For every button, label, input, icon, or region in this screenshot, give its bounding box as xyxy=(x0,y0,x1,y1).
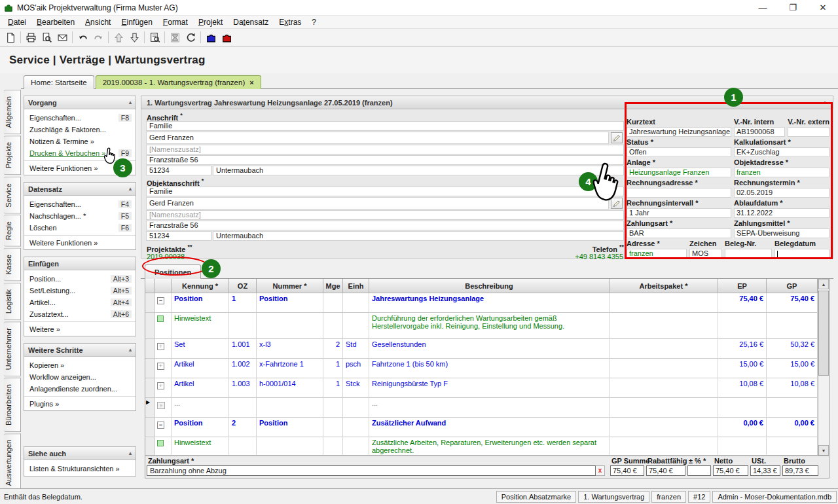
rail-tab-büroarbeiten[interactable]: Büroarbeiten xyxy=(4,378,21,432)
total-value[interactable]: 14,33 € xyxy=(750,465,780,476)
undo-icon[interactable] xyxy=(75,30,90,45)
cell-arbeitspaket[interactable] xyxy=(610,418,718,437)
plugin-blue-icon[interactable] xyxy=(203,30,219,45)
sidebar-item-zuschl-ge-faktoren[interactable]: Zuschläge & Faktoren... xyxy=(24,124,136,135)
total-value[interactable]: 89,73 € xyxy=(782,465,818,476)
menu-projekt[interactable]: Projekt xyxy=(193,16,228,28)
plus-expander-icon[interactable]: + xyxy=(155,339,172,359)
scroll-up-icon[interactable]: ▲ xyxy=(818,279,829,289)
col-arbeitspaket[interactable]: Arbeitspaket * xyxy=(610,279,718,293)
sidebar-item-l-schen[interactable]: LöschenF6 xyxy=(24,222,136,234)
cell-einh[interactable] xyxy=(343,437,369,456)
cell-gp[interactable] xyxy=(767,437,818,456)
sidebar-more-weitereschritte[interactable]: Plugins » xyxy=(24,396,136,410)
row-selector[interactable] xyxy=(145,359,155,378)
cell-beschreibung[interactable]: Durchführung der erforderlichen Wartungs… xyxy=(369,313,610,339)
restore-button[interactable]: ❐ xyxy=(778,0,808,15)
rail-tab-unternehmer[interactable]: Unternehmer xyxy=(4,321,21,376)
cell-einh[interactable]: Std xyxy=(343,339,369,359)
minus-expander-icon[interactable]: − xyxy=(155,293,172,313)
rail-tab-auswertungen[interactable]: Auswertungen xyxy=(4,433,21,492)
cell-ep[interactable] xyxy=(718,437,767,456)
cell-mge[interactable]: 2 xyxy=(323,339,343,359)
print-icon[interactable] xyxy=(23,30,39,45)
objekt-plz-field[interactable]: 51234 xyxy=(146,231,211,241)
sidebar-item-nachschlagen[interactable]: Nachschlagen... *F5 xyxy=(24,210,136,222)
col-gp[interactable]: GP xyxy=(767,279,818,293)
telefon-value[interactable]: +49 8143 4355 xyxy=(552,252,624,261)
cell-gp[interactable] xyxy=(767,398,818,418)
new-document-icon[interactable] xyxy=(3,30,18,45)
tab-close-icon[interactable]: × xyxy=(249,79,253,86)
sidebar-item-set-leistung[interactable]: Set/Leistung...Alt+5 xyxy=(24,285,136,297)
cell-arbeitspaket[interactable] xyxy=(610,293,718,313)
cell-nummer[interactable] xyxy=(257,437,323,456)
footer-zahlungsart-field[interactable]: Barzahlung ohne Abzug xyxy=(147,465,596,476)
cell-gp[interactable]: 75,40 € xyxy=(767,293,818,313)
cell-beschreibung[interactable]: ... xyxy=(369,398,610,418)
cell-oz[interactable]: 2 xyxy=(229,418,257,437)
cell-gp[interactable]: 15,00 € xyxy=(767,359,818,378)
sidebar-item-position[interactable]: Position...Alt+3 xyxy=(24,273,136,285)
move-down-icon[interactable] xyxy=(126,30,142,45)
cell-gp[interactable] xyxy=(767,313,818,339)
cell-oz[interactable] xyxy=(229,398,257,418)
cell-einh[interactable]: psch xyxy=(343,359,369,378)
menu-datensatz[interactable]: Datensatz xyxy=(228,16,274,28)
row-selector[interactable] xyxy=(145,339,155,359)
rail-tab-projekte[interactable]: Projekte xyxy=(4,135,21,175)
cell-gp[interactable]: 10,08 € xyxy=(767,378,818,398)
cell-ep[interactable]: 75,40 € xyxy=(718,293,767,313)
cell-kennung[interactable]: Hinweistext xyxy=(172,437,229,456)
cell-einh[interactable]: Stck xyxy=(343,378,369,398)
col-ep[interactable]: EP xyxy=(718,279,767,293)
clear-zahlungsart-icon[interactable]: x xyxy=(596,465,605,476)
cell-beschreibung[interactable]: Reinigungsbürste Typ F xyxy=(369,378,610,398)
total-value[interactable]: 75,40 € xyxy=(610,465,644,476)
cell-mge[interactable]: 1 xyxy=(323,378,343,398)
cell-kennung[interactable]: Artikel xyxy=(172,359,229,378)
col-einh[interactable]: Einh xyxy=(343,279,369,293)
row-selector[interactable] xyxy=(145,313,155,339)
cell-mge[interactable] xyxy=(323,418,343,437)
total-value[interactable]: 75,40 € xyxy=(646,465,685,476)
collapse-arrow-icon[interactable]: ▴ xyxy=(129,99,132,105)
cell-oz[interactable]: 1.001 xyxy=(229,339,257,359)
row-selector[interactable] xyxy=(145,418,155,437)
sidebar-item-notizen-termine[interactable]: Notizen & Termine » xyxy=(24,135,136,147)
sidebar-more-einfgen[interactable]: Weitere » xyxy=(24,321,136,336)
cell-ep[interactable]: 25,16 € xyxy=(718,339,767,359)
vertical-scrollbar[interactable]: ▲ ▼ xyxy=(818,279,829,456)
col-nummer[interactable]: Nummer * xyxy=(257,279,323,293)
anschrift-plz-field[interactable]: 51234 xyxy=(146,166,211,175)
cell-arbeitspaket[interactable] xyxy=(610,437,718,456)
cell-nummer[interactable]: h-0001/014 xyxy=(257,378,323,398)
cell-kennung[interactable]: Position xyxy=(172,293,229,313)
menu-ansicht[interactable]: Ansicht xyxy=(80,16,116,28)
total-value[interactable]: 75,40 € xyxy=(713,465,748,476)
anschrift-namenszusatz-field[interactable]: [Namenszusatz] xyxy=(146,145,624,154)
sidebar-more-datensatz[interactable]: Weitere Funktionen » xyxy=(24,235,136,249)
plus-expander-icon[interactable]: + xyxy=(155,359,172,378)
cell-einh[interactable] xyxy=(343,293,369,313)
cell-arbeitspaket[interactable] xyxy=(610,339,718,359)
mail-icon[interactable] xyxy=(54,30,70,45)
cell-ep[interactable] xyxy=(718,398,767,418)
menu-bearbeiten[interactable]: Bearbeiten xyxy=(31,16,80,28)
cell-beschreibung[interactable]: Fahrtzone 1 (bis 50 km) xyxy=(369,359,610,378)
menu-extras[interactable]: Extras xyxy=(274,16,306,28)
cell-mge[interactable]: 1 xyxy=(323,359,343,378)
rail-tab-regie[interactable]: Regie xyxy=(4,215,21,247)
menu-?[interactable]: ? xyxy=(306,16,321,28)
cell-oz[interactable] xyxy=(229,437,257,456)
print-search-icon[interactable] xyxy=(39,30,54,45)
sidebar-item-listen-strukturansichten[interactable]: Listen & Strukturansichten » xyxy=(24,463,136,475)
cell-ep[interactable]: 15,00 € xyxy=(718,359,767,378)
sidebar-item-eigenschaften[interactable]: Eigenschaften...F4 xyxy=(24,198,136,210)
cell-kennung[interactable]: Artikel xyxy=(172,378,229,398)
cell-nummer[interactable]: Position xyxy=(257,418,323,437)
note-expander-icon[interactable] xyxy=(155,313,172,339)
cell-mge[interactable] xyxy=(323,398,343,418)
cell-einh[interactable] xyxy=(343,418,369,437)
cell-nummer[interactable]: Position xyxy=(257,293,323,313)
